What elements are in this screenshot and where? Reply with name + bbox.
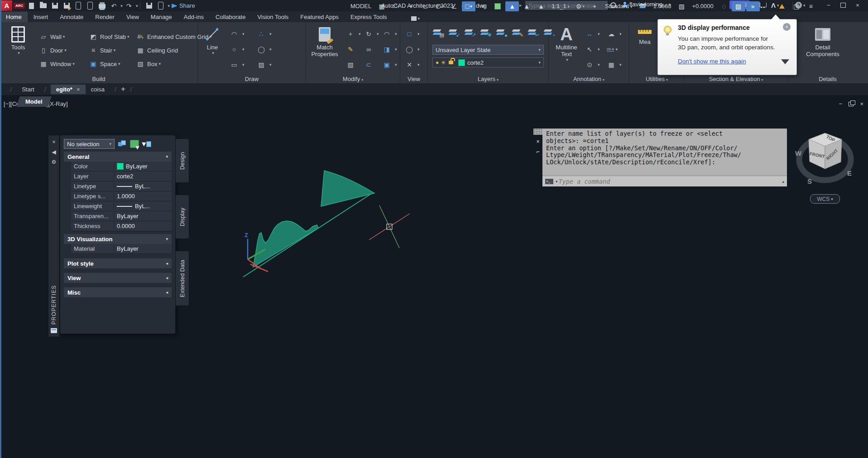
layer-state-dropdown[interactable]: Unsaved Layer State▾ xyxy=(432,45,544,55)
app-menu-button[interactable]: A xyxy=(1,0,12,11)
quick-select-icon[interactable] xyxy=(143,140,151,148)
model-tab[interactable]: Model xyxy=(16,96,51,107)
panel-label-layers[interactable]: Layers▾ xyxy=(428,76,548,82)
table-button[interactable]: ▦▾ xyxy=(607,59,622,70)
palette-close-icon[interactable]: × xyxy=(52,139,55,145)
mirror-button[interactable]: ◨▾ xyxy=(382,44,397,55)
prop-row-transparency[interactable]: Transparen...ByLayer xyxy=(71,211,172,221)
section-plot-style[interactable]: Plot style◂ xyxy=(64,258,172,268)
section-line[interactable] xyxy=(243,193,373,277)
section-general[interactable]: General▾ xyxy=(64,152,172,162)
move-button[interactable]: +▾ xyxy=(346,29,361,39)
tab-insert[interactable]: Insert xyxy=(28,12,54,22)
erase-button[interactable]: ✎ xyxy=(346,44,357,55)
layer-dropdown[interactable]: ● ☀ corte2 ▾ xyxy=(432,57,544,67)
layer-properties-button[interactable]: ▤ xyxy=(432,29,442,37)
prop-row-thickness[interactable]: Thickness0.0000 xyxy=(71,221,172,231)
window-close-button[interactable]: × xyxy=(851,0,864,10)
box-button[interactable]: ▧Box▾ xyxy=(136,58,161,69)
prop-row-material[interactable]: MaterialByLayer xyxy=(71,244,172,254)
revision-cloud-button[interactable]: ☁▾ xyxy=(607,29,622,39)
view-cube-tool-button[interactable]: □▾ xyxy=(405,29,420,39)
3d-navigation-status-button[interactable] xyxy=(761,1,774,11)
model-space-toggle[interactable]: MODEL xyxy=(348,3,374,10)
hardware-acceleration-toggle[interactable]: » xyxy=(746,1,760,11)
wall-button[interactable]: ▱Wall▾ xyxy=(39,31,65,42)
undo-button[interactable]: ↶ xyxy=(108,1,119,11)
section-view[interactable]: View◂ xyxy=(64,273,172,283)
leader-button[interactable]: ↖▾ xyxy=(585,44,600,55)
detail-components-button[interactable]: DetailComponents xyxy=(798,25,848,57)
3d-box-button[interactable]: ▧ xyxy=(346,59,357,70)
prop-row-color[interactable]: ColorByLayer xyxy=(71,162,172,172)
workspace-gear-button[interactable]: ⚙▾ xyxy=(573,1,587,11)
redo-button[interactable]: ↷ xyxy=(124,1,134,11)
view-shapes-button[interactable]: ◯▾ xyxy=(405,44,420,55)
object-snap-tracking-toggle[interactable]: ∠ xyxy=(447,1,461,11)
door-button[interactable]: ▯Door▾ xyxy=(39,45,67,56)
panel-label-build[interactable]: Build xyxy=(0,76,197,82)
layer-off-button[interactable]: ● xyxy=(496,29,506,37)
isolate-objects-button[interactable]: ◌ xyxy=(717,1,731,11)
select-objects-icon[interactable] xyxy=(130,140,139,148)
polar-tracking-toggle[interactable]: ∅▾ xyxy=(433,1,446,11)
panel-label-annotation[interactable]: Annotation▾ xyxy=(549,76,629,82)
line-button[interactable]: Line ▾ xyxy=(201,25,223,55)
snap-mode-toggle[interactable]: ∷▾ xyxy=(389,1,403,11)
roof-slab-button[interactable]: ◩Roof Slab▾ xyxy=(89,31,129,42)
prop-row-linetype-scale[interactable]: Linetype s...1.0000 xyxy=(71,191,172,201)
tab-featured-apps[interactable]: Featured Apps xyxy=(294,12,345,22)
window-minimize-button[interactable]: − xyxy=(822,0,835,10)
panel-label-section[interactable]: Section & Elevation▾ xyxy=(685,76,787,82)
file-tab-egito[interactable]: egito* × xyxy=(51,85,86,94)
palette-autohide-icon[interactable]: ◀ xyxy=(52,149,56,155)
command-input[interactable] xyxy=(558,177,781,186)
qat-extra-button-1[interactable] xyxy=(144,1,154,11)
ribbon-options-button[interactable]: ▾ xyxy=(411,16,420,21)
workspace-switcher[interactable]: Standard▾ xyxy=(602,3,635,10)
qat-customize-caret-icon[interactable]: ▾ xyxy=(168,4,170,8)
tab-annotate[interactable]: Annotate xyxy=(54,12,89,22)
tools-button[interactable]: Tools ▾ xyxy=(5,25,31,55)
view-arrows-button[interactable]: ✕▾ xyxy=(405,59,420,70)
join-button[interactable]: ⊂ xyxy=(364,59,375,70)
clean-screen-button[interactable]: ◳ xyxy=(790,1,803,11)
compass-south[interactable]: S xyxy=(807,177,812,185)
cut-plane-button[interactable] xyxy=(636,1,650,11)
selection-dropdown[interactable]: No selection▾ xyxy=(64,139,115,149)
compass-east[interactable]: E xyxy=(847,169,852,177)
palette-display-icon[interactable] xyxy=(51,328,57,333)
command-close-icon[interactable]: × xyxy=(536,138,539,145)
stair-button[interactable]: ≡Stair▾ xyxy=(89,45,115,56)
cut-plane-value[interactable]: 1.0668 xyxy=(651,3,674,10)
command-expand-icon[interactable]: ▴ xyxy=(782,179,784,184)
rectangle-button[interactable]: ▭▾ xyxy=(230,59,245,70)
prop-row-layer[interactable]: Layercorte2 xyxy=(71,172,172,181)
toggle-pickadd-icon[interactable] xyxy=(118,140,126,148)
multiline-text-button[interactable]: A MultilineText ▾ xyxy=(551,25,581,62)
fan-solid[interactable] xyxy=(321,171,374,206)
measure-button[interactable]: Mea xyxy=(632,25,657,45)
new-drawing-tab-button[interactable]: + xyxy=(121,85,125,94)
share-button[interactable]: Share xyxy=(172,2,195,9)
panel-label-view[interactable]: View xyxy=(400,76,427,82)
hatch-display-toggle[interactable]: ▨ xyxy=(732,1,745,11)
arc-button[interactable]: ◠▾ xyxy=(230,29,245,39)
overlap-button[interactable]: ▣▾ xyxy=(382,59,397,70)
tab-vision-tools[interactable]: Vision Tools xyxy=(251,12,294,22)
qat-extra-button-2[interactable] xyxy=(155,1,166,11)
command-wrench-icon[interactable]: ⌐ xyxy=(536,148,539,155)
palette-settings-icon[interactable]: ⚙ xyxy=(52,159,57,165)
command-history[interactable]: Enter name list of layer(s) to freeze or… xyxy=(542,129,787,176)
ellipse-button[interactable]: ◯▾ xyxy=(257,44,272,55)
palette-tab-design[interactable]: Design xyxy=(176,138,189,183)
layer-match-button[interactable]: ↙ xyxy=(448,29,458,37)
lineweight-toggle[interactable]: ≡ xyxy=(476,1,490,11)
annotation-scale-icon[interactable]: ▲ xyxy=(534,1,548,11)
command-drag-grip[interactable] xyxy=(533,129,542,135)
window-maximize-button[interactable] xyxy=(837,0,849,10)
offset-button[interactable]: ∞ xyxy=(364,44,375,55)
plot-button[interactable] xyxy=(96,1,107,11)
terrain-solid[interactable] xyxy=(253,221,318,267)
redo-caret-icon[interactable]: ▾ xyxy=(136,4,138,8)
